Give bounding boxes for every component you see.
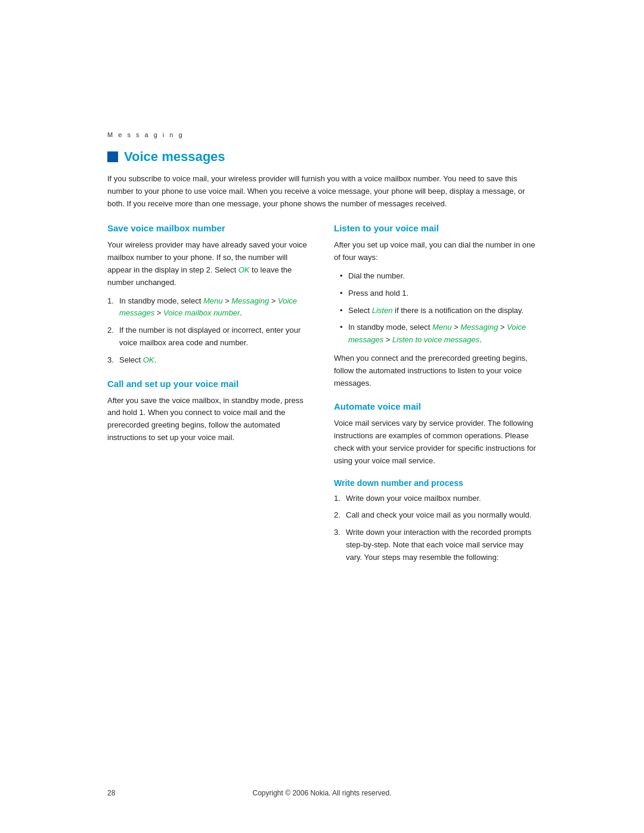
main-title-section: Voice messages	[107, 149, 537, 165]
write-step-2: 2. Call and check your voice mail as you…	[334, 509, 537, 522]
bullet-3: Select Listen if there is a notification…	[340, 305, 537, 317]
intro-paragraph: If you subscribe to voice mail, your wir…	[107, 173, 537, 210]
automate-text: Voice mail services vary by service prov…	[334, 417, 537, 467]
page-number: 28	[107, 789, 115, 797]
page: M e s s a g i n g Voice messages If you …	[0, 0, 644, 833]
copyright-text: Copyright © 2006 Nokia. All rights reser…	[253, 789, 392, 797]
two-column-layout: Save voice mailbox number Your wireless …	[107, 223, 537, 569]
listen-bullets: Dial the number. Press and hold 1. Selec…	[334, 270, 537, 346]
step-1: 1. In standby mode, select Menu > Messag…	[107, 295, 310, 320]
write-down-steps: 1. Write down your voice mailbox number.…	[334, 493, 537, 564]
write-step-3: 3. Write down your interaction with the …	[334, 527, 537, 563]
bullet-2: Press and hold 1.	[340, 287, 537, 300]
listen-title: Listen to your voice mail	[334, 223, 537, 233]
page-content: M e s s a g i n g Voice messages If you …	[107, 0, 537, 618]
automate-title: Automate voice mail	[334, 401, 537, 411]
bullet-1: Dial the number.	[340, 270, 537, 283]
step-3: 3. Select OK.	[107, 354, 310, 367]
messaging-link-2: Messaging	[460, 323, 498, 332]
left-column: Save voice mailbox number Your wireless …	[107, 223, 310, 569]
listen-intro: After you set up voice mail, you can dia…	[334, 239, 537, 264]
write-down-title: Write down number and process	[334, 478, 537, 488]
section-label: M e s s a g i n g	[107, 131, 537, 138]
ok-link-2: OK	[143, 355, 154, 364]
listen-outro: When you connect and the prerecorded gre…	[334, 352, 537, 389]
right-column: Listen to your voice mail After you set …	[334, 223, 537, 569]
menu-link-1: Menu	[203, 296, 223, 305]
save-voice-mailbox-steps: 1. In standby mode, select Menu > Messag…	[107, 295, 310, 367]
messaging-link-1: Messaging	[231, 296, 269, 305]
main-title: Voice messages	[124, 149, 225, 165]
bullet-4: In standby mode, select Menu > Messaging…	[340, 321, 537, 346]
call-setup-text: After you save the voice mailbox, in sta…	[107, 395, 310, 444]
save-voice-mailbox-intro: Your wireless provider may have already …	[107, 239, 310, 289]
step-2: 2. If the number is not displayed or inc…	[107, 324, 310, 349]
listen-link: Listen	[372, 306, 393, 315]
call-setup-title: Call and set up your voice mail	[107, 379, 310, 389]
write-step-1: 1. Write down your voice mailbox number.	[334, 493, 537, 505]
listen-voice-messages-link: Listen to voice messages	[392, 335, 479, 344]
menu-link-2: Menu	[432, 323, 452, 332]
page-footer: 28 Copyright © 2006 Nokia. All rights re…	[0, 789, 644, 797]
ok-link-1: OK	[239, 265, 250, 274]
save-voice-mailbox-title: Save voice mailbox number	[107, 223, 310, 233]
voice-messages-icon	[107, 151, 118, 162]
voice-mailbox-number-link: Voice mailbox number	[163, 308, 240, 317]
